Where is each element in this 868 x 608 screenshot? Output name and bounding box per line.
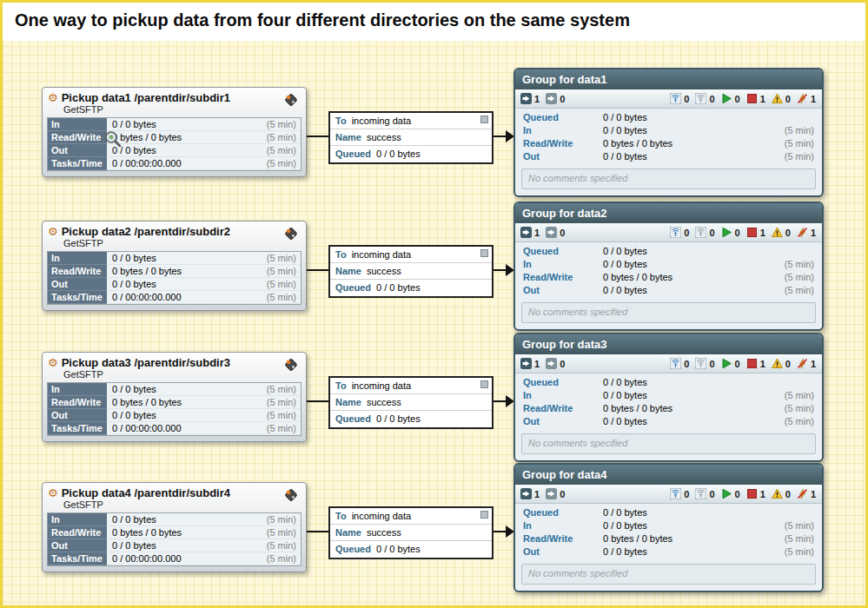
group-comments: No comments specified [521, 433, 816, 454]
group-comments: No comments specified [521, 564, 816, 585]
connection-name-value: success [367, 131, 401, 143]
connection-label[interactable]: To incoming data Name success Queued 0 /… [328, 376, 494, 429]
connection-queued-value: 0 / 0 bytes [376, 413, 421, 426]
processor-name: Pickup data4 /parentdir/subdir4 [62, 486, 230, 499]
connection-label[interactable]: To incoming data Name success Queued 0 /… [328, 506, 494, 559]
invalid-count: 0 [785, 228, 791, 238]
connection-queued-value: 0 / 0 bytes [376, 281, 421, 294]
connection-name-label: Name [335, 131, 361, 143]
stat-label: In [523, 519, 603, 532]
expand-icon[interactable] [480, 511, 488, 519]
stat-value: 0 / 0 bytes [603, 150, 785, 163]
group-title[interactable]: Group for data2 [515, 203, 822, 223]
processor[interactable]: ⚙ Pickup data1 /parentdir/subdir1 GetSFT… [42, 87, 307, 177]
connector-line [307, 269, 329, 271]
input-port-icon [520, 358, 532, 369]
output-port-count: 0 [560, 94, 565, 104]
processor-stats: In 0 / 0 bytes (5 min) Read/Write 0 byte… [47, 382, 301, 436]
connection-label[interactable]: To incoming data Name success Queued 0 /… [328, 111, 494, 164]
connection-to-label: To [335, 380, 347, 392]
stat-value: 0 / 00:00:00.000 [107, 552, 255, 565]
stat-value: 0 bytes / 0 bytes [603, 137, 785, 150]
input-port-count: 1 [534, 228, 540, 238]
group-status-counts: 0 0 0 1 0 [670, 93, 817, 104]
flow-canvas[interactable]: One way to pickup data from four differe… [0, 0, 868, 608]
stopped-icon [746, 93, 758, 104]
stopped-icon [746, 358, 758, 369]
stat-row: Out 0 / 0 bytes (5 min) [48, 539, 301, 552]
connector-line [307, 531, 329, 532]
connection-queued-label: Queued [335, 413, 371, 426]
stat-row: Tasks/Time 0 / 00:00:00.000 (5 min) [48, 157, 301, 170]
stat-label: In [48, 513, 107, 526]
connection-name-value: success [367, 526, 401, 539]
connection-label[interactable]: To incoming data Name success Queued 0 /… [328, 245, 494, 298]
stat-row: Read/Write 0 bytes / 0 bytes (5 min) [515, 271, 822, 284]
group-title[interactable]: Group for data4 [515, 465, 822, 485]
process-group[interactable]: Group for data1 1 0 0 [514, 68, 824, 197]
process-group[interactable]: Group for data2 1 0 0 [514, 202, 824, 331]
stat-row: Queued 0 / 0 bytes [515, 376, 822, 389]
processor[interactable]: ⚙ Pickup data2 /parentdir/subdir2 GetSFT… [42, 221, 307, 311]
not-transmitting-icon [695, 488, 706, 499]
transmitting-count: 0 [684, 489, 689, 499]
stat-label: Out [48, 278, 107, 291]
group-title[interactable]: Group for data1 [515, 69, 822, 89]
disabled-icon [797, 488, 808, 499]
stat-label: Read/Write [48, 265, 107, 278]
stat-window: (5 min) [785, 415, 814, 428]
stopped-icon [746, 488, 758, 499]
stat-row: Tasks/Time 0 / 00:00:00.000 (5 min) [48, 422, 301, 435]
stat-label: Read/Write [523, 271, 603, 284]
not-transmitting-icon [695, 227, 706, 238]
connection-name-value: success [367, 396, 401, 408]
stat-row: Out 0 / 0 bytes (5 min) [48, 278, 301, 291]
stat-value: 0 bytes / 0 bytes [107, 526, 255, 539]
stat-window: (5 min) [785, 519, 814, 532]
expand-icon[interactable] [480, 380, 488, 388]
running-count: 0 [735, 94, 740, 104]
processor-type: GetSFTP [63, 104, 306, 115]
group-iconbar: 1 0 0 0 [515, 485, 822, 504]
group-port-counts: 1 0 [520, 227, 566, 238]
processor-type: GetSFTP [63, 238, 306, 248]
stat-window: (5 min) [255, 422, 301, 435]
group-title[interactable]: Group for data3 [515, 334, 822, 354]
stat-window: (5 min) [255, 383, 301, 396]
not-transmitting-count: 0 [709, 228, 714, 238]
processor-name: Pickup data1 /parentdir/subdir1 [62, 91, 230, 104]
stat-value: 0 bytes / 0 bytes [603, 271, 785, 284]
processor-name: Pickup data2 /parentdir/subdir2 [62, 225, 230, 238]
stat-row: Read/Write 0 bytes / 0 bytes (5 min) [48, 396, 301, 409]
stat-row: Queued 0 / 0 bytes [515, 245, 822, 258]
not-transmitting-icon [695, 358, 706, 369]
processor[interactable]: ⚙ Pickup data3 /parentdir/subdir3 GetSFT… [42, 352, 307, 442]
connection-name-label: Name [335, 265, 361, 277]
stat-window: (5 min) [255, 157, 301, 170]
process-group[interactable]: Group for data3 1 0 0 [514, 333, 824, 462]
connector-line [307, 135, 329, 137]
stat-window: (5 min) [785, 545, 814, 558]
connection-to-label: To [335, 510, 347, 522]
expand-icon[interactable] [480, 249, 488, 257]
not-transmitting-count: 0 [709, 94, 714, 104]
running-count: 0 [735, 228, 740, 238]
invalid-icon [772, 227, 783, 238]
connection-to-label: To [335, 248, 347, 261]
stat-window: (5 min) [785, 532, 814, 545]
stat-value: 0 bytes / 0 bytes [107, 396, 255, 409]
processor[interactable]: ⚙ Pickup data4 /parentdir/subdir4 GetSFT… [42, 482, 307, 572]
stat-row: Out 0 / 0 bytes (5 min) [48, 144, 301, 157]
running-count: 0 [735, 359, 740, 369]
stopped-count: 1 [760, 228, 765, 238]
stat-row: In 0 / 0 bytes (5 min) [515, 389, 822, 402]
expand-icon[interactable] [480, 116, 488, 123]
stat-window: (5 min) [785, 389, 814, 402]
group-port-counts: 1 0 [520, 488, 566, 499]
connector-line [307, 400, 329, 402]
stat-row: Out 0 / 0 bytes (5 min) [515, 150, 822, 163]
processor-stats: In 0 / 0 bytes (5 min) Read/Write 0 byte… [47, 512, 301, 566]
connection-queued-row: Queued 0 / 0 bytes [330, 411, 492, 427]
process-group[interactable]: Group for data4 1 0 0 [514, 463, 824, 592]
connection-name-label: Name [335, 526, 361, 539]
